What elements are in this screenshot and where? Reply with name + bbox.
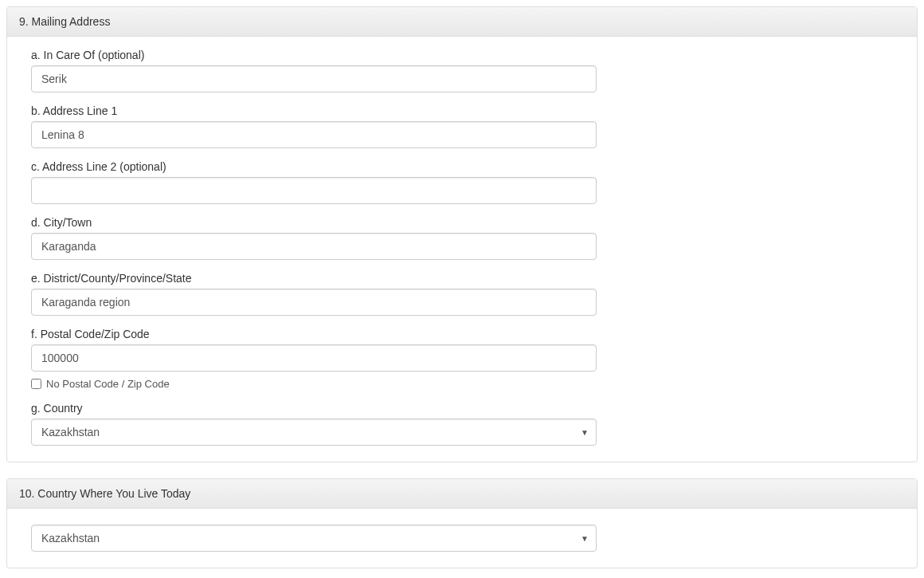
country-select[interactable]: Kazakhstan — [31, 419, 597, 446]
address-line-2-input[interactable] — [31, 177, 597, 204]
mailing-address-panel: 9. Mailing Address a. In Care Of (option… — [6, 6, 918, 462]
in-care-of-label: a. In Care Of (optional) — [31, 49, 893, 61]
no-postal-code-row: No Postal Code / Zip Code — [31, 378, 893, 390]
address-line-2-label: c. Address Line 2 (optional) — [31, 160, 893, 173]
country-select-wrapper: Kazakhstan — [31, 419, 597, 446]
city-town-label: d. City/Town — [31, 216, 893, 229]
district-group: e. District/County/Province/State — [31, 272, 893, 316]
no-postal-code-label: No Postal Code / Zip Code — [46, 378, 170, 390]
city-town-input[interactable] — [31, 233, 597, 260]
address-line-1-group: b. Address Line 1 — [31, 104, 893, 148]
mailing-address-body: a. In Care Of (optional) b. Address Line… — [7, 37, 917, 462]
address-line-2-group: c. Address Line 2 (optional) — [31, 160, 893, 204]
district-input[interactable] — [31, 289, 597, 316]
country-live-panel: 10. Country Where You Live Today Kazakhs… — [6, 478, 918, 568]
country-live-body: Kazakhstan — [7, 509, 917, 568]
mailing-address-heading: 9. Mailing Address — [7, 7, 917, 37]
country-live-select[interactable]: Kazakhstan — [31, 525, 597, 552]
postal-code-input[interactable] — [31, 344, 597, 372]
address-line-1-label: b. Address Line 1 — [31, 104, 893, 117]
no-postal-code-checkbox[interactable] — [31, 379, 41, 389]
country-live-select-wrapper: Kazakhstan — [31, 525, 597, 552]
district-label: e. District/County/Province/State — [31, 272, 893, 285]
address-line-1-input[interactable] — [31, 121, 597, 148]
postal-code-group: f. Postal Code/Zip Code No Postal Code /… — [31, 328, 893, 390]
in-care-of-group: a. In Care Of (optional) — [31, 49, 893, 92]
country-label: g. Country — [31, 402, 893, 415]
postal-code-label: f. Postal Code/Zip Code — [31, 328, 893, 340]
country-live-heading: 10. Country Where You Live Today — [7, 479, 917, 509]
country-group: g. Country Kazakhstan — [31, 402, 893, 446]
city-town-group: d. City/Town — [31, 216, 893, 260]
in-care-of-input[interactable] — [31, 65, 597, 92]
